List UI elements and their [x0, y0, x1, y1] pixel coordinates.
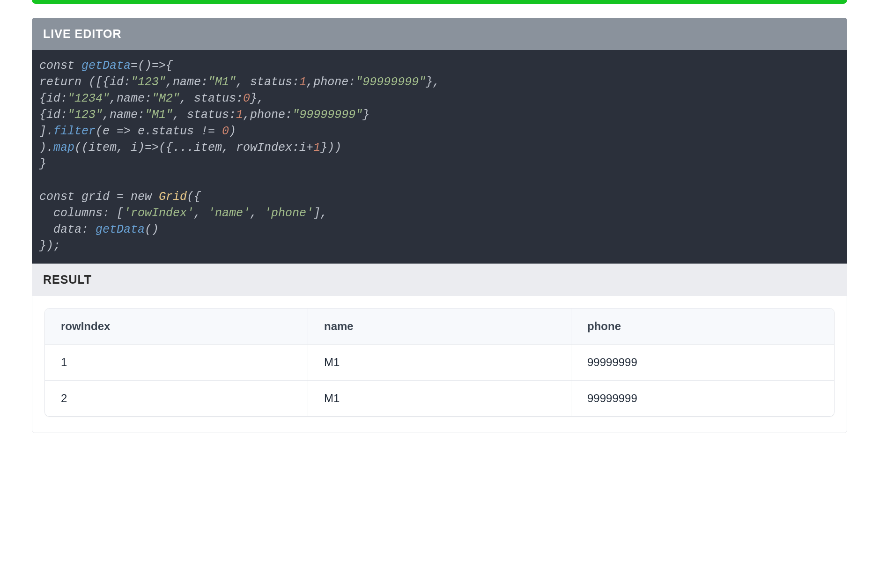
cell-phone: 99999999 [571, 380, 834, 416]
code-token: =()=>{ [131, 59, 173, 73]
code-token: new [131, 190, 159, 204]
code-token: }, [426, 75, 440, 89]
code-token: "1234" [67, 92, 110, 105]
code-token: {id: [39, 108, 67, 122]
code-token: 'phone' [264, 206, 313, 220]
code-token: , [194, 206, 208, 220]
code-token: ([{id: [89, 75, 131, 89]
code-token: 1 [313, 141, 320, 154]
code-token: , status: [180, 92, 243, 105]
code-token: 0 [222, 125, 229, 138]
code-token: const [39, 59, 81, 73]
code-token: "99999999" [292, 108, 362, 122]
code-token: , [250, 206, 264, 220]
code-token: ], [313, 206, 327, 220]
code-token: 'rowIndex' [124, 206, 194, 220]
code-token: "M1" [145, 108, 173, 122]
cell-rowindex: 2 [45, 380, 308, 416]
code-token: map [53, 141, 74, 154]
table-row: 2 M1 99999999 [45, 380, 834, 416]
code-token: }); [39, 239, 60, 253]
code-token: () [145, 223, 159, 236]
top-green-bar [32, 0, 847, 4]
code-token: ,phone: [243, 108, 292, 122]
live-editor-title: LIVE EDITOR [32, 18, 847, 50]
cell-name: M1 [308, 380, 571, 416]
column-header-rowindex[interactable]: rowIndex [45, 309, 308, 344]
code-token: "M1" [208, 75, 236, 89]
code-token: ,phone: [306, 75, 355, 89]
code-token: getData [81, 59, 131, 73]
table-header-row: rowIndex name phone [45, 309, 834, 344]
cell-phone: 99999999 [571, 344, 834, 380]
code-token: (e => e.status != [96, 125, 222, 138]
code-token: } [39, 157, 46, 171]
code-token: Grid [159, 190, 187, 204]
code-token: "123" [67, 108, 103, 122]
live-editor-panel: LIVE EDITOR const getData=()=>{ return (… [32, 18, 847, 433]
code-token: , status: [236, 75, 299, 89]
code-token: {id: [39, 92, 67, 105]
code-token: ]. [39, 125, 53, 138]
code-token: "M2" [152, 92, 180, 105]
code-token: 1 [299, 75, 306, 89]
code-editor[interactable]: const getData=()=>{ return ([{id:"123",n… [32, 50, 847, 264]
code-token: } [362, 108, 369, 122]
code-token: ) [229, 125, 236, 138]
code-token: , status: [173, 108, 236, 122]
code-token: ({ [187, 190, 201, 204]
code-token: getData [96, 223, 145, 236]
code-token: const [39, 190, 81, 204]
table-row: 1 M1 99999999 [45, 344, 834, 380]
cell-name: M1 [308, 344, 571, 380]
code-token: columns: [ [39, 206, 124, 220]
code-token: return [39, 75, 89, 89]
cell-rowindex: 1 [45, 344, 308, 380]
column-header-name[interactable]: name [308, 309, 571, 344]
code-token: filter [53, 125, 96, 138]
result-body: rowIndex name phone 1 M1 99999999 2 M1 9… [32, 296, 847, 433]
result-grid: rowIndex name phone 1 M1 99999999 2 M1 9… [44, 308, 835, 417]
code-token: })) [320, 141, 341, 154]
code-token: grid = [81, 190, 131, 204]
result-title: RESULT [32, 264, 847, 296]
code-token: ). [39, 141, 53, 154]
code-token: 0 [243, 92, 250, 105]
code-token: "123" [131, 75, 166, 89]
column-header-phone[interactable]: phone [571, 309, 834, 344]
code-token: ,name: [110, 92, 152, 105]
code-token: "99999999" [355, 75, 426, 89]
code-token: ,name: [166, 75, 208, 89]
code-token: 'name' [208, 206, 250, 220]
code-token: }, [250, 92, 264, 105]
code-token: ((item, i)=>({...item, rowIndex:i+ [74, 141, 313, 154]
code-token: ,name: [103, 108, 145, 122]
code-token: 1 [236, 108, 243, 122]
code-token: data: [39, 223, 96, 236]
